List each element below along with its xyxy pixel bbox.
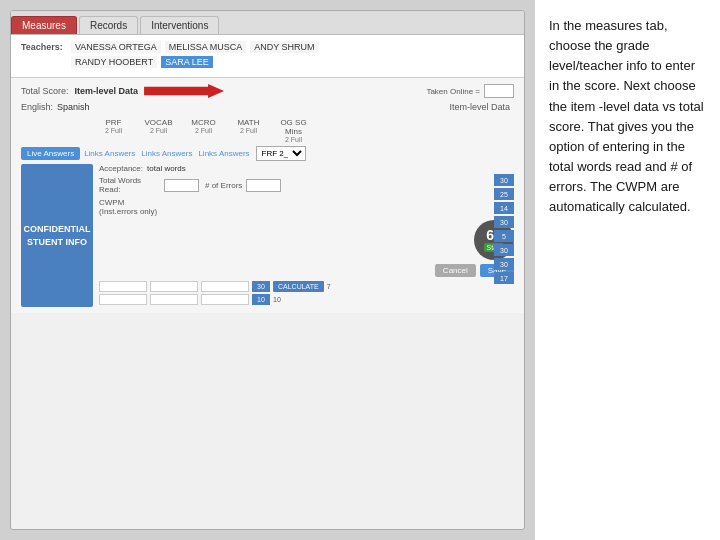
teacher-vanessa[interactable]: VANESSA ORTEGA	[71, 41, 161, 53]
bottom-row-2: 10 10	[99, 294, 514, 305]
link-answers-2[interactable]: Links Answers	[141, 149, 192, 158]
total-score-value: Item-level Data	[75, 86, 139, 96]
total-words-input[interactable]	[164, 179, 199, 192]
col-prf: PRF 2 Full	[91, 118, 136, 143]
teacher-row-1: Teachers: VANESSA ORTEGA MELISSA MUSCA A…	[21, 41, 514, 53]
col-math: MATH 2 Full	[226, 118, 271, 143]
score-num-30b: 30	[494, 216, 514, 228]
total-score-label: Total Score:	[21, 86, 69, 96]
column-headers: PRF 2 Full VOCAB 2 Full MCRO 2 Full MATH…	[91, 118, 514, 143]
teacher-row-2: RANDY HOOBERT SARA LEE	[21, 56, 514, 68]
right-description: In the measures tab, choose the grade le…	[549, 16, 706, 217]
cwpm-row: CWPM (Inst.errors only)	[99, 198, 514, 216]
teacher-melissa[interactable]: MELISSA MUSCA	[165, 41, 247, 53]
data-section: Acceptance: total words Total Words Read…	[99, 164, 514, 307]
tab-bar: Measures Records Interventions	[11, 11, 524, 35]
answer-cell-6[interactable]	[201, 294, 249, 305]
score-row: Total Score: Item-level Data Taken Onlin…	[21, 84, 514, 98]
buttons-row: Cancel Save	[99, 264, 514, 277]
score-num-14: 14	[494, 202, 514, 214]
tab-interventions[interactable]: Interventions	[140, 16, 219, 34]
teachers-label: Teachers:	[21, 42, 71, 52]
tab-measures[interactable]: Measures	[11, 16, 77, 34]
bottom-rows: 30 CALCULATE 7 10 10	[99, 281, 514, 305]
acceptance-value: total words	[147, 164, 186, 173]
answer-cell-5[interactable]	[150, 294, 198, 305]
live-answers-button[interactable]: Live Answers	[21, 147, 80, 160]
calculate-button[interactable]: CALCULATE	[273, 281, 324, 292]
score-num-17: 17	[494, 272, 514, 284]
col-mcro: MCRO 2 Full	[181, 118, 226, 143]
item-level-label: Item-level Data	[449, 102, 510, 112]
right-panel: In the measures tab, choose the grade le…	[535, 0, 720, 540]
errors-label: # of Errors	[205, 181, 242, 190]
cwpm-label: CWPM (Inst.errors only)	[99, 198, 164, 216]
arrow-indicator	[144, 84, 224, 98]
teacher-andy[interactable]: ANDY SHRUM	[250, 41, 318, 53]
app-window: Measures Records Interventions Teachers:…	[10, 10, 525, 530]
screenshot-panel: Measures Records Interventions Teachers:…	[0, 0, 535, 540]
answer-cell-1[interactable]	[99, 281, 147, 292]
score-num-30: 30	[494, 174, 514, 186]
teacher-section: Teachers: VANESSA ORTEGA MELISSA MUSCA A…	[11, 35, 524, 78]
row2-num: 10	[273, 296, 281, 303]
total-words-row: Total Words Read: # of Errors	[99, 176, 514, 194]
timer-container: 60 Start	[99, 220, 514, 260]
score-num-25: 25	[494, 188, 514, 200]
errors-input[interactable]	[246, 179, 281, 192]
col-ogsg: OG SG Mins 2 Full	[271, 118, 316, 143]
taken-label: Taken Online =	[426, 87, 480, 96]
score-num-30c: 30	[494, 244, 514, 256]
confidential-panel: CONFIDENTIAL STUENT INFO	[21, 164, 93, 307]
col-vocab: VOCAB 2 Full	[136, 118, 181, 143]
bottom-score-2: 10	[252, 294, 270, 305]
tab-records[interactable]: Records	[79, 16, 138, 34]
teacher-randy[interactable]: RANDY HOOBERT	[71, 56, 157, 68]
answer-cell-4[interactable]	[99, 294, 147, 305]
taken-input[interactable]	[484, 84, 514, 98]
row1-num: 7	[327, 283, 331, 290]
link-answers-3[interactable]: Links Answers	[198, 149, 249, 158]
teacher-sara[interactable]: SARA LEE	[161, 56, 213, 68]
link-answers-1[interactable]: Links Answers	[84, 149, 135, 158]
bottom-score-1: 30	[252, 281, 270, 292]
item-select[interactable]: FRF 2_fall	[256, 146, 306, 161]
acceptance-label: Acceptance:	[99, 164, 143, 173]
bottom-row-1: 30 CALCULATE 7	[99, 281, 514, 292]
confidential-text: CONFIDENTIAL STUENT INFO	[24, 223, 91, 248]
total-words-label: Total Words Read:	[99, 176, 164, 194]
score-num-30d: 30	[494, 258, 514, 270]
score-num-5: 5	[494, 230, 514, 242]
answer-cell-3[interactable]	[201, 281, 249, 292]
data-area: CONFIDENTIAL STUENT INFO Acceptance: tot…	[21, 164, 514, 307]
lang-label: English:	[21, 102, 53, 112]
lang-value: Spanish	[57, 102, 90, 112]
main-content: Total Score: Item-level Data Taken Onlin…	[11, 78, 524, 313]
action-row: Live Answers Links Answers Links Answers…	[21, 146, 514, 161]
lang-row: English: Spanish Item-level Data	[21, 102, 514, 112]
acceptance-row: Acceptance: total words	[99, 164, 514, 173]
answer-cell-2[interactable]	[150, 281, 198, 292]
cancel-button[interactable]: Cancel	[435, 264, 476, 277]
